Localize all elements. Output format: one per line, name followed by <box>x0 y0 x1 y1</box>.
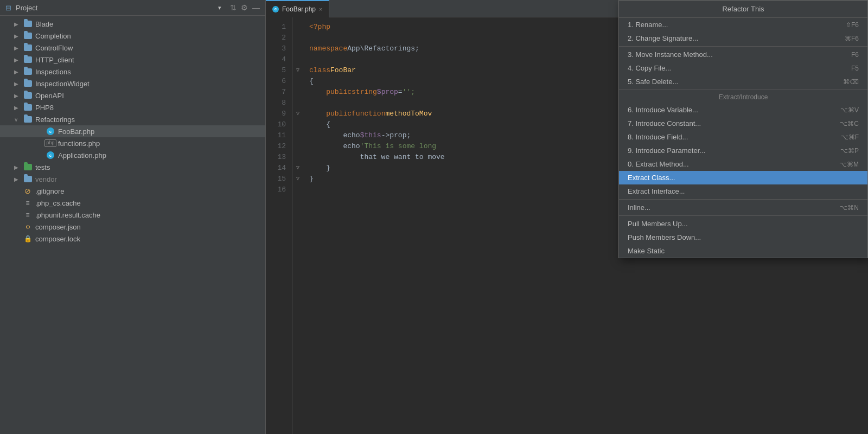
text-file-icon: ≡ <box>23 210 33 219</box>
sidebar-item-label: functions.php <box>58 139 100 148</box>
menu-item-extract-class[interactable]: Extract Class... <box>619 171 867 184</box>
gutter-marker-12 <box>293 141 303 152</box>
menu-item-pull-members-up-label: Pull Members Up... <box>628 220 688 228</box>
sidebar-item-label: .gitignore <box>35 187 64 195</box>
gutter-marker-14: ▽ <box>293 163 303 174</box>
php-file-icon: php <box>46 139 55 148</box>
gutter-marker-10 <box>293 119 303 130</box>
sidebar-item-controlflow[interactable]: ▶ ControlFlow <box>0 42 265 54</box>
menu-item-intro-field-shortcut: ⌥⌘F <box>841 133 859 141</box>
sidebar-item-tests[interactable]: ▶ tests <box>0 161 265 173</box>
tab-label: FooBar.php <box>282 5 316 13</box>
menu-item-intro-param[interactable]: 9. Introduce Parameter... ⌥⌘P <box>619 144 867 157</box>
text-file-icon: ≡ <box>23 199 33 207</box>
sidebar-item-httpclient[interactable]: ▶ HTTP_client <box>0 54 265 66</box>
tree-arrow: ▶ <box>14 105 23 111</box>
tree-arrow: ▶ <box>14 164 23 170</box>
tab-foobar[interactable]: c FooBar.php × <box>266 0 329 17</box>
sidebar-item-openapi[interactable]: ▶ OpenAPI <box>0 90 265 101</box>
folder-icon <box>23 91 33 100</box>
menu-separator-1 <box>619 46 867 47</box>
sidebar-item-label: vendor <box>35 175 57 183</box>
menu-separator-3 <box>619 199 867 200</box>
refactor-menu: Refactor This 1. Rename... ⇧F6 2. Change… <box>618 0 868 258</box>
sidebar-item-phpcscache[interactable]: ≡ .php_cs.cache <box>0 197 265 209</box>
sidebar-dropdown-icon[interactable]: ▾ <box>218 4 221 11</box>
sidebar-item-composerjson[interactable]: ⚙ composer.json <box>0 221 265 233</box>
menu-item-push-members-down[interactable]: Push Members Down... <box>619 231 867 244</box>
c-file-icon: c <box>46 127 55 136</box>
sidebar-item-label: Completion <box>35 32 71 40</box>
sidebar-item-inspections[interactable]: ▶ Inspections <box>0 66 265 78</box>
menu-item-rename[interactable]: 1. Rename... ⇧F6 <box>619 18 867 31</box>
menu-item-change-sig[interactable]: 2. Change Signature... ⌘F6 <box>619 31 867 45</box>
menu-item-change-sig-label: 2. Change Signature... <box>628 34 698 42</box>
sidebar-item-completion[interactable]: ▶ Completion <box>0 30 265 42</box>
gutter-marker-2 <box>293 33 303 43</box>
sidebar-item-foobar[interactable]: c FooBar.php <box>0 125 265 137</box>
gutter-marker-1 <box>293 22 303 33</box>
sidebar-sort-icon[interactable]: ⇅ <box>230 3 237 12</box>
sidebar-item-label: Refactorings <box>35 116 75 124</box>
menu-item-move-instance-shortcut: F6 <box>851 51 859 59</box>
gutter-marker-4 <box>293 54 303 65</box>
gutter-marker-9: ▽ <box>293 108 303 119</box>
sidebar-item-label: composer.lock <box>35 235 80 243</box>
menu-item-intro-field[interactable]: 8. Introduce Field... ⌥⌘F <box>619 130 867 144</box>
menu-item-push-members-down-label: Push Members Down... <box>628 233 701 241</box>
gutter-marker-15: ▽ <box>293 174 303 184</box>
line-numbers: 1 2 3 4 5 6 7 8 9 10 11 12 13 14 15 16 <box>266 17 293 434</box>
sidebar-item-functions[interactable]: php functions.php <box>0 137 265 149</box>
sidebar-item-refactorings[interactable]: ∨ Refactorings <box>0 113 265 125</box>
folder-icon <box>23 31 33 40</box>
menu-item-make-static[interactable]: Make Static <box>619 244 867 258</box>
sidebar-item-application[interactable]: c Application.php <box>0 149 265 161</box>
sidebar-item-label: .phpunit.result.cache <box>35 211 100 219</box>
menu-item-extract-method[interactable]: 0. Extract Method... ⌥⌘M <box>619 157 867 171</box>
menu-item-intro-var[interactable]: 6. Introduce Variable... ⌥⌘V <box>619 103 867 117</box>
menu-item-safe-delete[interactable]: 5. Safe Delete... ⌘⌫ <box>619 75 867 88</box>
sidebar-item-blade[interactable]: ▶ Blade <box>0 18 265 30</box>
menu-item-extract-method-label: 0. Extract Method... <box>628 160 689 168</box>
menu-item-extract-interface-label: Extract Interface... <box>628 187 685 195</box>
menu-item-inline[interactable]: Inline... ⌥⌘N <box>619 201 867 214</box>
sidebar-header: ⊟ Project ▾ ⇅ ⚙ — <box>0 0 265 16</box>
gutter: ▽ ▽ ▽ ▽ <box>293 17 303 434</box>
menu-item-rename-shortcut: ⇧F6 <box>846 21 859 29</box>
lock-file-icon: 🔒 <box>23 234 33 243</box>
sidebar-item-label: composer.json <box>35 223 81 231</box>
tree-arrow: ▶ <box>14 33 23 39</box>
menu-section-extract: Extract/Introduce <box>619 91 867 103</box>
menu-item-rename-label: 1. Rename... <box>628 21 668 29</box>
sidebar-item-label: ControlFlow <box>35 44 73 52</box>
menu-item-copy-file[interactable]: 4. Copy File... F5 <box>619 61 867 75</box>
sidebar-item-vendor[interactable]: ▶ vendor <box>0 173 265 185</box>
gutter-marker-3 <box>293 43 303 54</box>
sidebar-item-phpunitcache[interactable]: ≡ .phpunit.result.cache <box>0 209 265 221</box>
sidebar-item-php8[interactable]: ▶ PHP8 <box>0 101 265 113</box>
sidebar-item-label: Inspections <box>35 68 71 76</box>
sidebar-item-gitignore[interactable]: ⊘ .gitignore <box>0 185 265 197</box>
menu-item-copy-file-shortcut: F5 <box>851 65 859 72</box>
git-file-icon: ⊘ <box>23 187 33 195</box>
sidebar-item-inspectionwidget[interactable]: ▶ InspectionWidget <box>0 78 265 90</box>
folder-green-icon <box>23 163 33 171</box>
menu-item-move-instance[interactable]: 3. Move Instance Method... F6 <box>619 48 867 61</box>
menu-separator-4 <box>619 215 867 216</box>
tree-arrow: ▶ <box>14 57 23 63</box>
folder-icon <box>23 55 33 64</box>
menu-item-make-static-label: Make Static <box>628 247 665 255</box>
sidebar: ⊟ Project ▾ ⇅ ⚙ — ▶ Blade ▶ Completion ▶… <box>0 0 266 434</box>
menu-item-intro-const[interactable]: 7. Introduce Constant... ⌥⌘C <box>619 117 867 130</box>
menu-item-extract-interface[interactable]: Extract Interface... <box>619 184 867 198</box>
sidebar-settings-icon[interactable]: ⚙ <box>241 3 248 12</box>
menu-item-pull-members-up[interactable]: Pull Members Up... <box>619 217 867 231</box>
sidebar-item-label: HTTP_client <box>35 56 74 64</box>
sidebar-title: Project <box>16 4 214 12</box>
sidebar-item-composerlock[interactable]: 🔒 composer.lock <box>0 233 265 245</box>
gutter-marker-6 <box>293 76 303 87</box>
menu-item-safe-delete-label: 5. Safe Delete... <box>628 78 678 86</box>
sidebar-minimize-icon[interactable]: — <box>252 3 260 12</box>
tab-file-icon: c <box>272 6 279 12</box>
tab-close-button[interactable]: × <box>319 6 322 12</box>
